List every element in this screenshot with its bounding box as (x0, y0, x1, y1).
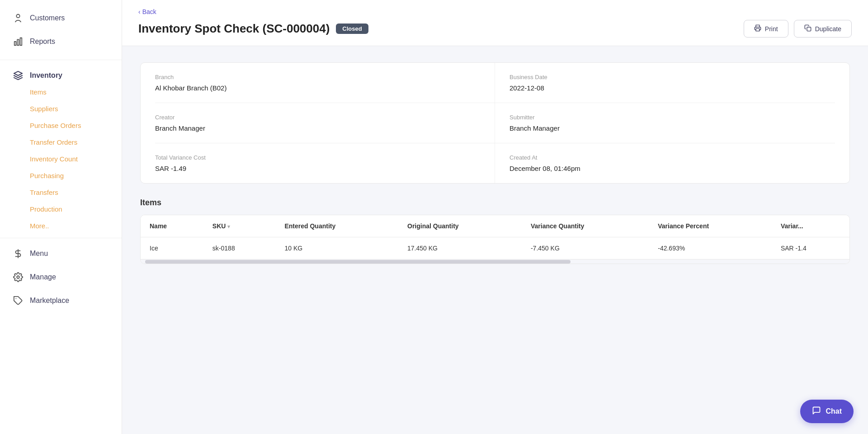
total-variance-cost-label: Total Variance Cost (155, 154, 480, 161)
sidebar-item-manage[interactable]: Manage (0, 265, 122, 289)
sidebar-item-manage-label: Manage (30, 273, 56, 281)
sidebar-item-purchasing[interactable]: Purchasing (0, 167, 122, 184)
duplicate-icon (804, 24, 811, 33)
total-variance-cost-value: SAR -1.49 (155, 165, 480, 172)
sidebar-item-more[interactable]: More.. (0, 217, 122, 234)
header-actions: Print Duplicate (744, 20, 852, 38)
business-date-value: 2022-12-08 (509, 84, 835, 92)
creator-label: Creator (155, 114, 480, 121)
back-label: Back (142, 8, 156, 15)
sidebar-item-menu[interactable]: Menu (0, 242, 122, 265)
submitter-value: Branch Manager (509, 124, 835, 132)
sidebar-item-customers-label: Customers (30, 14, 65, 22)
created-at-label: Created At (509, 154, 835, 161)
branch-cell: Branch Al Khobar Branch (B02) (155, 63, 495, 103)
sidebar-item-transfer-orders[interactable]: Transfer Orders (0, 134, 122, 151)
creator-cell: Creator Branch Manager (155, 103, 495, 143)
sidebar-item-reports[interactable]: Reports (0, 30, 122, 53)
col-sku[interactable]: SKU ▾ (203, 215, 276, 237)
table-row: Ice sk-0188 10 KG 17.450 KG -7.450 KG -4… (141, 237, 849, 259)
sidebar-item-marketplace-label: Marketplace (30, 297, 69, 305)
table-scrollbar-row (141, 259, 849, 264)
gear-icon (13, 272, 24, 283)
col-name: Name (141, 215, 203, 237)
sidebar-item-inventory-count[interactable]: Inventory Count (0, 151, 122, 167)
info-card: Branch Al Khobar Branch (B02) Business D… (140, 62, 850, 184)
branch-value: Al Khobar Branch (B02) (155, 84, 480, 92)
created-at-cell: Created At December 08, 01:46pm (495, 143, 835, 183)
svg-rect-2 (17, 39, 19, 45)
puzzle-icon (13, 295, 24, 306)
sidebar: Customers Reports Inventory Items Suppli… (0, 0, 122, 434)
sidebar-divider-2 (0, 238, 122, 238)
cell-original-qty: 17.450 KG (398, 237, 522, 259)
created-at-value: December 08, 01:46pm (509, 165, 835, 172)
print-icon (754, 24, 761, 33)
submitter-label: Submitter (509, 114, 835, 121)
col-variance-qty: Variance Quantity (522, 215, 649, 237)
svg-rect-8 (756, 28, 760, 31)
svg-marker-4 (14, 71, 22, 75)
content-area: Branch Al Khobar Branch (B02) Business D… (122, 46, 868, 434)
cell-sku: sk-0188 (203, 237, 276, 259)
sidebar-item-reports-label: Reports (30, 38, 55, 46)
table-header-row: Name SKU ▾ Entered Quantity Original Qua… (141, 215, 849, 237)
col-variance-cost: Variar... (772, 215, 849, 237)
sidebar-item-items[interactable]: Items (0, 84, 122, 100)
info-grid: Branch Al Khobar Branch (B02) Business D… (155, 63, 835, 183)
svg-point-6 (17, 276, 19, 278)
items-section-title: Items (140, 198, 850, 208)
duplicate-button[interactable]: Duplicate (794, 20, 852, 38)
col-entered-qty: Entered Quantity (275, 215, 398, 237)
sidebar-group-inventory[interactable]: Inventory (0, 64, 122, 84)
page-title-text: Inventory Spot Check (SC-000004) (138, 22, 330, 36)
person-icon (13, 13, 24, 24)
utensils-icon (13, 248, 24, 259)
cell-variance-percent: -42.693% (649, 237, 772, 259)
chat-label: Chat (826, 407, 842, 415)
chart-icon (13, 36, 24, 47)
chat-icon (812, 406, 821, 417)
cell-entered-qty: 10 KG (275, 237, 398, 259)
total-variance-cost-cell: Total Variance Cost SAR -1.49 (155, 143, 495, 183)
sidebar-item-production[interactable]: Production (0, 201, 122, 217)
chat-button[interactable]: Chat (800, 400, 854, 423)
col-variance-percent: Variance Percent (649, 215, 772, 237)
cell-variance-cost: SAR -1.4 (772, 237, 849, 259)
col-original-qty: Original Quantity (398, 215, 522, 237)
branch-label: Branch (155, 74, 480, 80)
table-scrollbar-thumb[interactable] (145, 260, 571, 264)
main-content: ‹ Back Inventory Spot Check (SC-000004) … (122, 0, 868, 434)
layers-icon (13, 70, 24, 81)
sidebar-item-purchase-orders[interactable]: Purchase Orders (0, 117, 122, 134)
creator-value: Branch Manager (155, 124, 480, 132)
sidebar-divider-1 (0, 60, 122, 60)
chevron-left-icon: ‹ (138, 8, 141, 15)
page-title-row: Inventory Spot Check (SC-000004) Closed … (138, 20, 852, 38)
svg-rect-1 (14, 42, 16, 45)
sidebar-group-inventory-label: Inventory (30, 71, 62, 80)
sku-sort-icon: ▾ (227, 224, 230, 229)
sidebar-item-transfers[interactable]: Transfers (0, 184, 122, 201)
page-title: Inventory Spot Check (SC-000004) Closed (138, 22, 368, 36)
items-table: Name SKU ▾ Entered Quantity Original Qua… (141, 215, 849, 259)
submitter-cell: Submitter Branch Manager (495, 103, 835, 143)
svg-point-0 (16, 14, 19, 18)
sidebar-item-suppliers[interactable]: Suppliers (0, 100, 122, 117)
items-table-container: Name SKU ▾ Entered Quantity Original Qua… (140, 215, 850, 264)
cell-variance-qty: -7.450 KG (522, 237, 649, 259)
business-date-cell: Business Date 2022-12-08 (495, 63, 835, 103)
svg-rect-9 (807, 27, 811, 31)
status-badge: Closed (336, 24, 368, 34)
main-header: ‹ Back Inventory Spot Check (SC-000004) … (122, 0, 868, 46)
sidebar-item-marketplace[interactable]: Marketplace (0, 289, 122, 312)
print-button[interactable]: Print (744, 20, 788, 38)
sidebar-item-menu-label: Menu (30, 250, 48, 258)
cell-name: Ice (141, 237, 203, 259)
sidebar-item-customers[interactable]: Customers (0, 6, 122, 30)
svg-rect-3 (20, 38, 22, 46)
business-date-label: Business Date (509, 74, 835, 80)
back-link[interactable]: ‹ Back (138, 8, 852, 15)
